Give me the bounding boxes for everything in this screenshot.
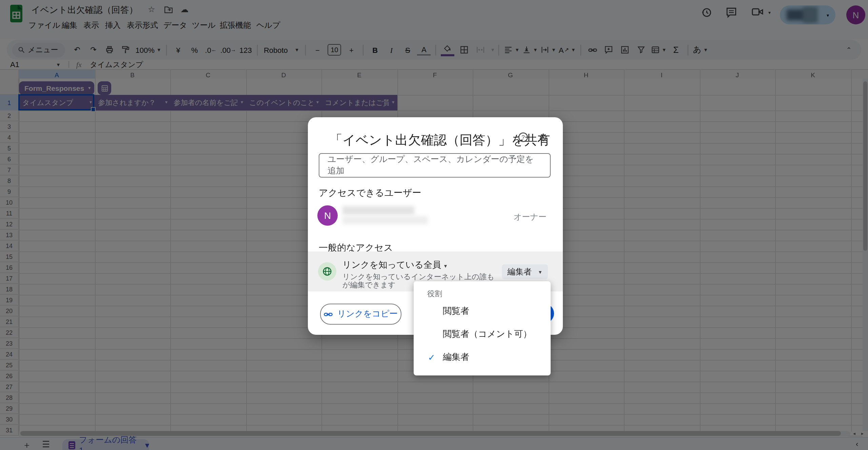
owner-name-redacted [342,206,414,215]
help-icon[interactable]: ? [517,131,529,143]
add-people-placeholder: ユーザー、グループ、スペース、カレンダーの予定を追加 [328,154,542,177]
google-sheets-app: イベント出欠確認（回答） ☆ ☁ ファイル 編集 表示 挿入 表示形式 データ … [0,0,868,450]
role-item-label: 閲覧者（コメント可） [443,328,532,340]
role-menu-item-3[interactable]: ✓編集者 [414,347,551,367]
role-item-label: 編集者 [443,351,469,363]
share-dialog-title: 「イベント出欠確認（回答）」を共有 [330,131,550,149]
role-menu-header: 役割 [427,289,442,299]
role-item-label: 閲覧者 [443,305,469,317]
role-menu: 役割 閲覧者閲覧者（コメント可）✓編集者 [414,281,551,375]
role-menu-item-2[interactable]: 閲覧者（コメント可） [414,324,551,344]
owner-email-redacted [342,216,428,224]
add-people-input[interactable]: ユーザー、グループ、スペース、カレンダーの予定を追加 [319,153,551,178]
copy-link-label: リンクをコピー [337,308,398,320]
settings-gear-icon[interactable]: ⚙ [539,131,548,144]
copy-link-button[interactable]: リンクをコピー [320,304,401,325]
role-dropdown-button[interactable]: 編集者▼ [502,264,548,279]
svg-text:?: ? [521,134,525,141]
owner-badge: オーナー [514,211,547,223]
role-menu-item-1[interactable]: 閲覧者 [414,301,551,321]
globe-icon [318,262,336,281]
selected-check-icon: ✓ [428,352,439,362]
owner-avatar: N [317,205,338,226]
link-scope-selector[interactable]: リンクを知っている全員▼ [342,259,448,271]
access-section-heading: アクセスできるユーザー [319,187,421,199]
